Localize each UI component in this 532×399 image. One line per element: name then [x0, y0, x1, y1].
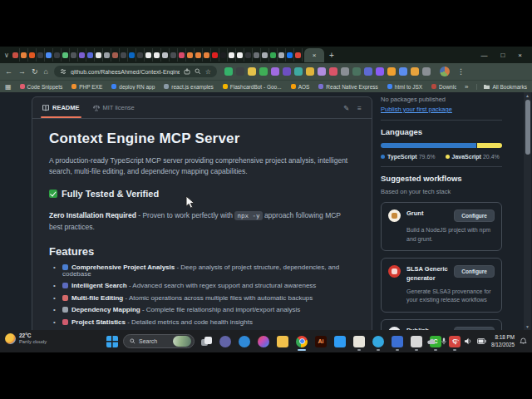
search-daily-image[interactable]: [173, 336, 191, 347]
tab-close-icon[interactable]: ×: [313, 52, 317, 59]
browser-tab[interactable]: [294, 48, 303, 62]
browser-tab[interactable]: [136, 48, 145, 62]
browser-tab[interactable]: [53, 48, 62, 62]
active-tab[interactable]: ×: [304, 48, 324, 62]
menu-kebab-icon[interactable]: ⋮: [457, 67, 465, 76]
extension-icon[interactable]: [399, 67, 407, 76]
taskbar-file-explorer[interactable]: [276, 332, 289, 351]
taskbar-edge[interactable]: [238, 332, 251, 351]
browser-tab[interactable]: [244, 48, 253, 62]
browser-tab[interactable]: [253, 48, 261, 62]
configure-button[interactable]: Configure: [454, 265, 495, 278]
extension-icon[interactable]: [329, 67, 337, 76]
browser-tab[interactable]: [195, 48, 203, 62]
extension-icon[interactable]: [294, 67, 303, 76]
new-tab-button[interactable]: +: [329, 51, 334, 60]
bookmark-item[interactable]: react.js examples: [164, 84, 214, 90]
address-bar[interactable]: github.com/RaheesAhmed/Context-Engine-MC…: [54, 66, 217, 77]
browser-tab[interactable]: [111, 48, 120, 62]
browser-tab[interactable]: [161, 48, 170, 62]
bookmark-item[interactable]: html to JSX: [387, 84, 422, 90]
extension-icon[interactable]: [248, 67, 256, 76]
minimize-button[interactable]: —: [480, 52, 487, 59]
browser-tab[interactable]: [228, 48, 236, 62]
profile-avatar[interactable]: [440, 66, 450, 76]
zoom-icon[interactable]: [195, 68, 201, 75]
wifi-icon[interactable]: [451, 338, 460, 345]
language-bar[interactable]: [381, 143, 502, 148]
browser-tab[interactable]: [95, 48, 103, 62]
extension-icon[interactable]: [283, 67, 291, 76]
extension-icon[interactable]: [387, 67, 396, 76]
maximize-button[interactable]: □: [500, 52, 505, 59]
browser-tab[interactable]: [45, 48, 53, 62]
configure-button[interactable]: Configure: [454, 209, 495, 222]
browser-tab[interactable]: [153, 48, 161, 62]
tab-search-icon[interactable]: ∨: [2, 52, 12, 59]
browser-tab[interactable]: [269, 48, 278, 62]
bookmark-star-icon[interactable]: ☆: [205, 68, 211, 76]
browser-tab[interactable]: [236, 48, 244, 62]
taskbar-chat[interactable]: [219, 332, 232, 351]
browser-tab[interactable]: [12, 48, 20, 62]
site-settings-icon[interactable]: [60, 68, 66, 75]
extension-icon[interactable]: [259, 67, 268, 76]
scrollbar-thumb[interactable]: [525, 100, 530, 155]
taskbar-vscode[interactable]: [333, 332, 347, 351]
taskbar-copilot[interactable]: [257, 332, 270, 351]
back-icon[interactable]: ←: [5, 67, 12, 76]
extension-icon[interactable]: [224, 67, 233, 76]
home-icon[interactable]: ⌂: [44, 67, 48, 76]
browser-tab[interactable]: [186, 48, 195, 62]
bookmark-item[interactable]: Download Free HT...: [431, 84, 456, 90]
volume-icon[interactable]: [465, 337, 472, 345]
taskbar-reader[interactable]: [391, 332, 404, 351]
taskbar-telegram[interactable]: [372, 332, 385, 351]
legend-typescript[interactable]: TypeScript79.6%: [381, 154, 436, 160]
browser-tab[interactable]: [120, 48, 128, 62]
extension-icon[interactable]: [236, 67, 244, 76]
share-icon[interactable]: [184, 68, 190, 75]
bookmark-item[interactable]: deploy RN app: [111, 84, 155, 90]
start-button[interactable]: [106, 336, 118, 347]
extension-icon[interactable]: [364, 67, 372, 76]
browser-tab[interactable]: [145, 48, 153, 62]
extension-icon[interactable]: [352, 67, 361, 76]
browser-tab[interactable]: [70, 48, 78, 62]
forward-icon[interactable]: →: [18, 67, 26, 76]
scroll-down-icon[interactable]: ▼: [524, 324, 531, 329]
taskbar-task-view[interactable]: [200, 332, 213, 351]
browser-tab[interactable]: [28, 48, 37, 62]
browser-tab[interactable]: [103, 48, 111, 62]
scroll-up-icon[interactable]: ▲: [524, 93, 531, 98]
page-scrollbar[interactable]: ▲ ▼: [524, 92, 531, 330]
browser-tab[interactable]: [37, 48, 45, 62]
all-bookmarks-button[interactable]: All Bookmarks: [476, 84, 527, 90]
url-text[interactable]: github.com/RaheesAhmed/Context-Engine-MC…: [71, 69, 180, 75]
browser-tab[interactable]: [219, 48, 228, 62]
browser-tab[interactable]: [203, 48, 211, 62]
legend-javascript[interactable]: JavaScript20.4%: [446, 154, 500, 160]
extension-icon[interactable]: [271, 67, 279, 76]
bookmark-item[interactable]: PHP EXE: [71, 84, 102, 90]
browser-tab[interactable]: [178, 48, 186, 62]
extension-icon[interactable]: [422, 67, 431, 76]
browser-tab[interactable]: [286, 48, 294, 62]
browser-tab[interactable]: [86, 48, 95, 62]
browser-tab[interactable]: [211, 48, 219, 62]
taskbar-search[interactable]: Search: [123, 334, 195, 348]
extension-icon[interactable]: [341, 67, 349, 76]
browser-tab[interactable]: [20, 48, 28, 62]
bookmark-item[interactable]: AOS: [291, 84, 310, 90]
extension-icon[interactable]: [306, 67, 314, 76]
extension-icon[interactable]: [376, 67, 384, 76]
microphone-icon[interactable]: [441, 337, 446, 345]
tab-mit-license[interactable]: MIT license: [93, 97, 135, 118]
extension-icon[interactable]: [318, 67, 326, 76]
apps-grid-icon[interactable]: ▦: [5, 83, 12, 91]
tab-readme[interactable]: README: [42, 97, 80, 118]
bookmark-item[interactable]: FlashcardBot - Goo...: [223, 84, 282, 90]
bookmark-item[interactable]: React Native Express: [318, 84, 378, 90]
outline-icon[interactable]: ≡: [357, 104, 362, 112]
browser-tab[interactable]: [261, 48, 269, 62]
